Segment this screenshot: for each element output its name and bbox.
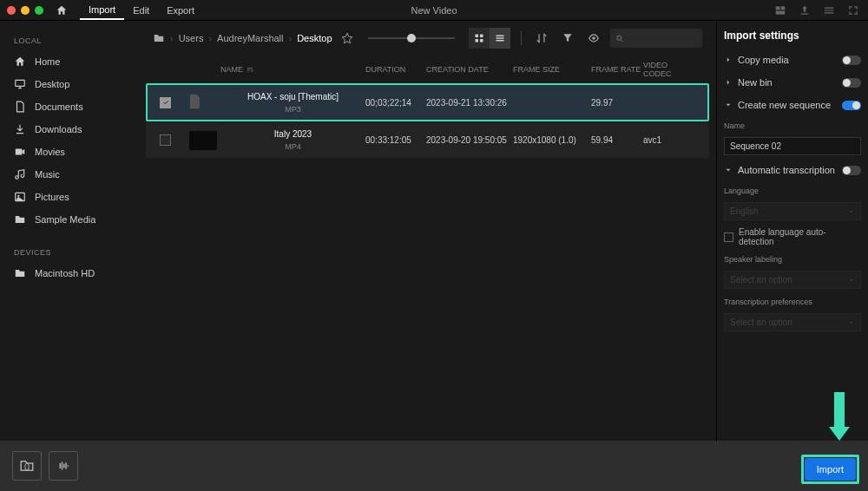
- sidebar-item-label: Sample Media: [35, 214, 95, 225]
- menubar-right-icons: [774, 4, 859, 16]
- sidebar-item-downloads[interactable]: Downloads: [0, 118, 139, 141]
- sidebar-item-macintosh-hd[interactable]: Macintosh HD: [0, 262, 139, 285]
- auto-detect-checkbox[interactable]: Enable language auto-detection: [724, 227, 861, 246]
- sidebar-item-music[interactable]: Music: [0, 163, 139, 186]
- toggle-copy-media[interactable]: [842, 56, 861, 65]
- tab-import[interactable]: Import: [80, 1, 124, 20]
- minimize-window-button[interactable]: [21, 6, 30, 15]
- column-date[interactable]: CREATION DATE: [426, 65, 513, 74]
- setting-transcription[interactable]: Automatic transcription: [724, 162, 861, 178]
- new-bin-button[interactable]: 0: [12, 451, 42, 481]
- tab-export[interactable]: Export: [158, 2, 203, 19]
- list-icon[interactable]: [823, 4, 835, 16]
- file-name: Italy 2023: [274, 129, 312, 139]
- eye-icon[interactable]: [588, 32, 600, 44]
- sidebar-item-home[interactable]: Home: [0, 50, 139, 73]
- sidebar-item-label: Home: [35, 56, 60, 67]
- svg-point-12: [617, 36, 621, 40]
- chevron-right-icon: ›: [289, 33, 293, 43]
- svg-rect-10: [480, 39, 483, 43]
- check-icon: [162, 99, 169, 106]
- file-ext: MP4: [285, 142, 301, 151]
- row-checkbox[interactable]: [160, 97, 171, 108]
- svg-rect-9: [476, 39, 479, 43]
- column-codec[interactable]: VIDEO CODEC: [643, 61, 695, 78]
- pref-select[interactable]: Select an option: [724, 313, 861, 331]
- selection-count: 0: [24, 462, 30, 472]
- sidebar-item-desktop[interactable]: Desktop: [0, 73, 139, 95]
- toggle-new-bin[interactable]: [842, 78, 861, 88]
- breadcrumb-users[interactable]: Users: [179, 33, 204, 43]
- setting-create-sequence[interactable]: Create new sequence: [724, 97, 861, 113]
- table-row[interactable]: Italy 2023 MP4 00:33:12:05 2023-09-20 19…: [146, 122, 709, 158]
- grid-view-button[interactable]: [469, 28, 490, 49]
- sidebar: LOCAL Home Desktop Documents Downloads M…: [0, 21, 139, 441]
- maximize-window-button[interactable]: [35, 6, 43, 15]
- sidebar-item-documents[interactable]: Documents: [0, 95, 139, 118]
- toggle-transcription[interactable]: [842, 166, 861, 175]
- folder-icon[interactable]: [153, 32, 165, 44]
- file-codec: avc1: [643, 135, 695, 145]
- close-window-button[interactable]: [7, 6, 16, 15]
- toggle-create-sequence[interactable]: [842, 101, 861, 110]
- svg-rect-1: [781, 6, 786, 10]
- fullscreen-icon[interactable]: [847, 4, 859, 16]
- column-size[interactable]: FRAME SIZE: [513, 65, 591, 74]
- monitor-icon: [14, 78, 26, 90]
- sidebar-item-label: Pictures: [35, 192, 69, 202]
- zoom-slider[interactable]: [368, 37, 455, 39]
- chevron-down-icon: [724, 166, 733, 174]
- chevron-down-icon: [724, 101, 733, 109]
- sidebar-item-label: Macintosh HD: [35, 268, 95, 278]
- import-button[interactable]: Import: [805, 458, 856, 481]
- filter-icon[interactable]: [562, 32, 574, 44]
- setting-copy-media[interactable]: Copy media: [724, 52, 861, 68]
- sidebar-item-label: Movies: [35, 147, 65, 157]
- panel-title: Import settings: [724, 29, 861, 42]
- column-rate[interactable]: FRAME RATE: [591, 65, 643, 74]
- svg-rect-3: [16, 80, 25, 86]
- sidebar-item-movies[interactable]: Movies: [0, 141, 139, 163]
- svg-point-11: [592, 36, 595, 40]
- import-settings-panel: Import settings Copy media New bin Creat…: [716, 21, 868, 441]
- setting-new-bin[interactable]: New bin: [724, 75, 861, 90]
- svg-rect-4: [16, 149, 23, 155]
- folder-icon: [14, 267, 26, 279]
- waveform-button[interactable]: [49, 451, 78, 481]
- language-label: Language: [724, 187, 861, 195]
- window-title: New Video: [411, 5, 457, 16]
- divider: [521, 31, 522, 45]
- search-field[interactable]: [628, 33, 697, 43]
- download-icon: [14, 123, 26, 135]
- home-icon[interactable]: [56, 4, 68, 16]
- menubar: Import Edit Export New Video: [0, 0, 868, 21]
- chevron-right-icon: [724, 78, 733, 87]
- column-duration[interactable]: DURATION: [365, 65, 426, 74]
- arrow-annotation: [832, 392, 847, 441]
- star-icon[interactable]: [341, 32, 353, 44]
- row-checkbox[interactable]: [160, 134, 171, 146]
- sidebar-item-label: Desktop: [35, 79, 69, 89]
- table-row[interactable]: HOAX - soju [Thematic] MP3 00;03;22;14 2…: [146, 83, 709, 121]
- sidebar-item-pictures[interactable]: Pictures: [0, 186, 139, 208]
- column-name[interactable]: NAME: [220, 65, 365, 74]
- tab-edit[interactable]: Edit: [124, 2, 158, 19]
- svg-point-6: [17, 195, 19, 197]
- workspace-icon[interactable]: [774, 4, 786, 16]
- sidebar-item-sample-media[interactable]: Sample Media: [0, 208, 139, 231]
- sort-icon[interactable]: [536, 32, 548, 44]
- music-icon: [14, 168, 26, 180]
- chevron-right-icon: ›: [208, 33, 212, 43]
- file-duration: 00:33:12:05: [365, 135, 426, 145]
- breadcrumb-user[interactable]: AudreyMarshall: [217, 33, 283, 43]
- share-icon[interactable]: [799, 4, 811, 16]
- file-ext: MP3: [285, 105, 301, 114]
- speaker-select[interactable]: Select an option: [724, 271, 861, 289]
- bottom-bar: 0 Import: [0, 441, 868, 491]
- sequence-name-input[interactable]: [724, 137, 861, 155]
- breadcrumb: › Users › AudreyMarshall › Desktop: [153, 32, 354, 44]
- list-view-button[interactable]: [490, 28, 510, 49]
- language-select[interactable]: English: [724, 202, 861, 220]
- search-input[interactable]: [610, 29, 702, 48]
- breadcrumb-desktop[interactable]: Desktop: [297, 33, 332, 43]
